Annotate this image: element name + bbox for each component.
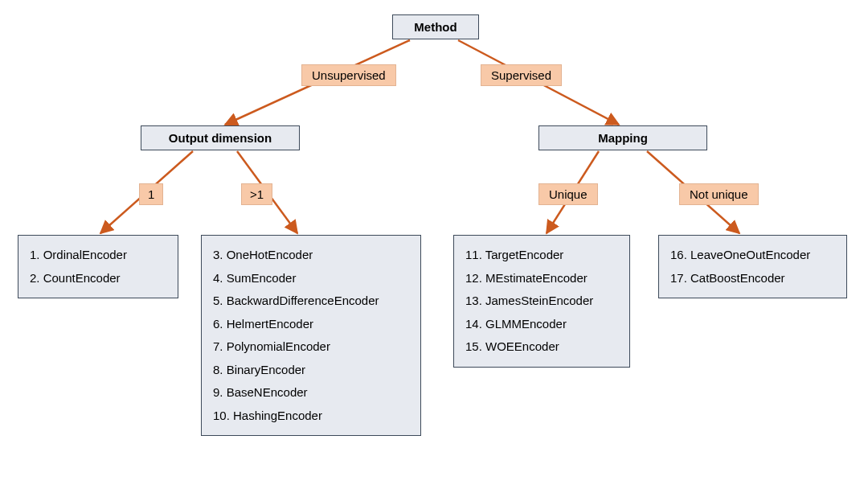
encoder-item: 7. PolynomialEncoder [213, 335, 409, 359]
encoder-item: 16. LeaveOneOutEncoder [670, 244, 835, 267]
encoder-item: 17. CatBoostEncoder [670, 267, 835, 290]
encoder-item: 12. MEstimateEncoder [465, 267, 618, 290]
encoder-item: 6. HelmertEncoder [213, 313, 409, 336]
edge-one: 1 [139, 183, 163, 205]
node-output-dimension: Output dimension [141, 125, 300, 150]
encoder-item: 2. CountEncoder [30, 267, 166, 290]
encoder-item: 15. WOEEncoder [465, 335, 618, 359]
encoder-item: 9. BaseNEncoder [213, 381, 409, 405]
encoder-item: 5. BackwardDifferenceEncoder [213, 290, 409, 313]
encoder-item: 11. TargetEncoder [465, 244, 618, 267]
leaf-output-gt1: 3. OneHotEncoder4. SumEncoder5. Backward… [201, 235, 421, 436]
leaf-unique: 11. TargetEncoder12. MEstimateEncoder13.… [453, 235, 630, 368]
edge-supervised: Supervised [481, 64, 562, 86]
encoder-item: 14. GLMMEncoder [465, 313, 618, 336]
encoder-item: 8. BinaryEncoder [213, 359, 409, 382]
encoder-item: 3. OneHotEncoder [213, 244, 409, 267]
leaf-output-1: 1. OrdinalEncoder2. CountEncoder [18, 235, 178, 298]
encoder-item: 13. JamesSteinEncoder [465, 290, 618, 313]
encoder-item: 4. SumEncoder [213, 267, 409, 290]
encoder-item: 1. OrdinalEncoder [30, 244, 166, 267]
node-mapping: Mapping [538, 125, 707, 150]
edge-unsupervised: Unsupervised [301, 64, 396, 86]
edge-unique: Unique [538, 183, 598, 205]
root-node: Method [392, 14, 479, 39]
edge-not-unique: Not unique [679, 183, 759, 205]
leaf-not-unique: 16. LeaveOneOutEncoder17. CatBoostEncode… [658, 235, 847, 298]
encoder-item: 10. HashingEncoder [213, 405, 409, 428]
edge-gt-one: >1 [241, 183, 272, 205]
